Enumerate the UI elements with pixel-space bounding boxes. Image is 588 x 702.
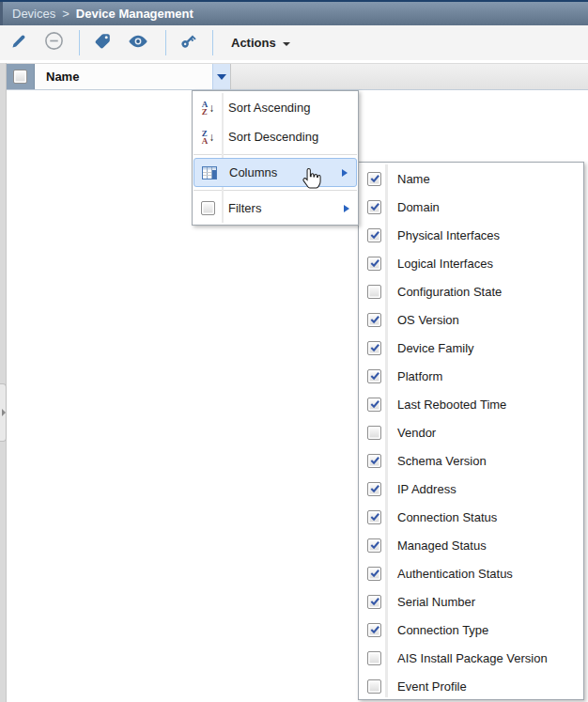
column-menu-item[interactable]: Connection Status: [359, 503, 583, 531]
pencil-icon: [10, 33, 27, 54]
column-menu-item[interactable]: OS Version: [359, 305, 583, 334]
column-menu-item-label: Vendor: [397, 426, 436, 440]
column-menu-item-label: Serial Number: [397, 595, 475, 609]
column-menu-item[interactable]: Domain: [359, 193, 583, 221]
column-menu-item-label: Configuration State: [397, 285, 502, 299]
column-menu-item[interactable]: Platform: [359, 362, 583, 390]
eye-icon: [129, 35, 147, 52]
checkbox-icon[interactable]: [367, 398, 381, 412]
menu-separator: [193, 154, 357, 155]
checkbox-icon[interactable]: [367, 426, 381, 440]
column-menu-item[interactable]: IP Address: [359, 475, 583, 503]
column-menu-item[interactable]: Last Rebooted Time: [359, 390, 583, 418]
key-icon: [179, 32, 197, 54]
column-header-menu: A Z ↓ Sort Ascending Z A ↓ Sort Descendi…: [192, 90, 359, 226]
actions-button[interactable]: Actions: [224, 30, 298, 55]
columns-submenu: Name Domain Physical Interfaces Logical …: [358, 162, 584, 700]
column-header-label: Name: [46, 70, 79, 84]
column-menu-item-label: Managed Status: [397, 538, 487, 553]
checkbox-icon[interactable]: [367, 567, 381, 581]
checkbox-icon[interactable]: [367, 285, 381, 299]
select-all-checkbox[interactable]: [13, 70, 27, 84]
toolbar-separator: [165, 30, 166, 55]
column-menu-item[interactable]: Authentication Status: [359, 559, 583, 587]
checkbox-icon[interactable]: [367, 200, 381, 214]
column-menu-item-label: Name: [397, 172, 430, 186]
preview-button[interactable]: [125, 30, 151, 55]
checkbox-icon[interactable]: [367, 651, 381, 665]
toolbar: Actions: [0, 25, 588, 60]
edit-button[interactable]: [6, 30, 32, 55]
menu-item-label: Sort Ascending: [228, 101, 310, 115]
sort-descending-icon: Z A ↓: [199, 130, 217, 145]
column-menu-item[interactable]: AIS Install Package Version: [359, 644, 583, 672]
column-menu-item-label: OS Version: [397, 313, 459, 327]
name-column-header[interactable]: Name: [35, 64, 212, 89]
collapsed-panel-strip: [0, 63, 7, 702]
toolbar-separator: [79, 30, 80, 55]
checkbox-icon[interactable]: [367, 172, 381, 186]
tag-icon: [94, 33, 111, 54]
page-title: Device Management: [76, 7, 193, 21]
submenu-arrow-icon: [344, 205, 349, 212]
column-menu-item-label: Last Rebooted Time: [397, 398, 506, 412]
credentials-button[interactable]: [175, 30, 201, 55]
checkbox-icon[interactable]: [367, 482, 381, 496]
remove-button[interactable]: [40, 30, 67, 55]
tag-button[interactable]: [89, 30, 116, 55]
minus-circle-icon: [44, 31, 64, 55]
menu-item-label: Filters: [228, 201, 261, 215]
column-menu-item[interactable]: Event Profile: [359, 672, 583, 700]
column-menu-item-label: AIS Install Package Version: [397, 651, 548, 665]
column-menu-trigger[interactable]: [212, 64, 231, 89]
menu-item-sort-ascending[interactable]: A Z ↓ Sort Ascending: [193, 93, 358, 122]
column-menu-item-label: Physical Interfaces: [397, 228, 500, 242]
chevron-down-icon: [217, 74, 226, 80]
checkbox-icon[interactable]: [367, 510, 381, 524]
column-menu-item[interactable]: Connection Type: [359, 616, 583, 644]
column-menu-item-label: Connection Status: [397, 510, 497, 524]
grid-header: Name: [7, 63, 588, 90]
column-menu-item-label: Authentication Status: [397, 567, 513, 581]
column-menu-item-label: Platform: [397, 369, 442, 383]
checkbox-icon: [199, 201, 217, 215]
checkbox-icon[interactable]: [367, 538, 381, 553]
column-menu-item[interactable]: Configuration State: [359, 277, 583, 305]
checkbox-icon[interactable]: [367, 595, 381, 609]
column-menu-item-label: Device Family: [397, 341, 474, 355]
checkbox-icon[interactable]: [367, 341, 381, 355]
menu-item-label: Sort Descending: [228, 130, 318, 144]
select-all-cell[interactable]: [7, 64, 35, 89]
breadcrumb-separator: >: [62, 7, 70, 21]
checkbox-icon[interactable]: [367, 679, 381, 694]
column-menu-item-label: Schema Version: [397, 454, 487, 468]
column-menu-item[interactable]: Logical Interfaces: [359, 249, 583, 277]
column-menu-item[interactable]: Managed Status: [359, 531, 583, 559]
column-menu-item-label: Logical Interfaces: [397, 257, 493, 271]
checkbox-icon[interactable]: [367, 313, 381, 327]
checkbox-icon[interactable]: [367, 454, 381, 468]
column-menu-item-label: Connection Type: [397, 623, 488, 637]
column-menu-item[interactable]: Device Family: [359, 334, 583, 362]
column-menu-item-label: IP Address: [397, 482, 456, 496]
checkbox-icon[interactable]: [367, 257, 381, 271]
checkbox-icon[interactable]: [367, 228, 381, 242]
column-menu-item[interactable]: Name: [359, 164, 583, 193]
column-menu-item[interactable]: Physical Interfaces: [359, 221, 583, 249]
chevron-right-icon: [2, 409, 6, 416]
caret-down-icon: [283, 42, 290, 46]
panel-expander[interactable]: [0, 383, 7, 442]
submenu-arrow-icon: [342, 169, 348, 177]
breadcrumb-devices-link[interactable]: Devices: [12, 7, 55, 21]
column-menu-item[interactable]: Serial Number: [359, 587, 583, 616]
menu-item-columns[interactable]: Columns: [193, 158, 357, 187]
checkbox-icon[interactable]: [367, 623, 381, 637]
menu-separator: [193, 190, 357, 191]
menu-item-sort-descending[interactable]: Z A ↓ Sort Descending: [193, 122, 358, 151]
column-menu-item[interactable]: Schema Version: [359, 446, 583, 475]
column-menu-item[interactable]: Vendor: [359, 418, 583, 446]
checkbox-icon[interactable]: [367, 369, 381, 383]
sort-ascending-icon: A Z ↓: [199, 101, 217, 116]
breadcrumb: Devices > Device Management: [0, 0, 588, 25]
menu-item-filters[interactable]: Filters: [193, 194, 358, 223]
